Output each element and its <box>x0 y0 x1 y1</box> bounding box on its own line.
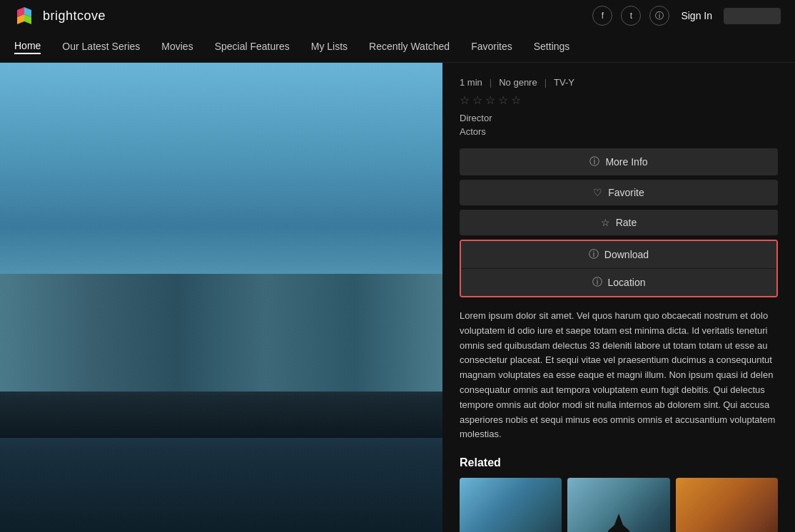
nav-item-favorites[interactable]: Favorites <box>471 41 512 53</box>
nav-item-movies[interactable]: Movies <box>161 41 193 53</box>
description-text: Lorem ipsum dolor sit amet. Vel quos har… <box>460 309 778 442</box>
director-label: Director <box>460 113 778 123</box>
related-card-3[interactable] <box>676 478 778 532</box>
logo-text: brightcove <box>43 9 106 24</box>
nav-item-home[interactable]: Home <box>14 40 41 54</box>
social-icons: f t ⓘ <box>592 6 669 26</box>
star-3[interactable]: ☆ <box>485 93 495 107</box>
logo: brightcove <box>14 4 106 27</box>
nav-item-latest-series[interactable]: Our Latest Series <box>62 41 140 53</box>
star-icon: ☆ <box>601 217 610 228</box>
video-background <box>0 63 442 532</box>
topbar-right: f t ⓘ Sign In <box>592 6 781 26</box>
related-title: Related <box>460 456 778 469</box>
video-panel <box>0 63 442 532</box>
star-2[interactable]: ☆ <box>472 93 482 107</box>
rate-button[interactable]: ☆ Rate <box>460 210 778 235</box>
facebook-icon[interactable]: f <box>592 6 612 26</box>
related-card-1[interactable] <box>460 478 562 532</box>
download-location-group: ⓘ Download ⓘ Location <box>460 240 778 297</box>
location-icon: ⓘ <box>592 276 602 289</box>
star-5[interactable]: ☆ <box>511 93 521 107</box>
sign-in-button[interactable]: Sign In <box>681 10 712 21</box>
bird-silhouette <box>608 513 629 532</box>
action-buttons: ⓘ More Info ♡ Favorite ☆ Rate ⓘ Download… <box>460 148 778 297</box>
separator-2: | <box>545 77 547 88</box>
topbar: brightcove f t ⓘ Sign In <box>0 0 795 31</box>
logo-icon <box>14 4 37 27</box>
info-icon: ⓘ <box>589 155 599 168</box>
genre: No genre <box>499 77 537 88</box>
duration: 1 min <box>460 77 482 88</box>
download-button[interactable]: ⓘ Download <box>461 241 776 269</box>
rocks <box>0 368 442 439</box>
location-button[interactable]: ⓘ Location <box>461 269 776 296</box>
favorite-button[interactable]: ♡ Favorite <box>460 180 778 205</box>
related-grid <box>460 478 778 532</box>
main-content: 1 min | No genre | TV-Y ☆ ☆ ☆ ☆ ☆ Direct… <box>0 63 795 532</box>
meta-line: 1 min | No genre | TV-Y <box>460 77 778 88</box>
nav-item-settings[interactable]: Settings <box>534 41 570 53</box>
heart-icon: ♡ <box>593 187 602 198</box>
actors-label: Actors <box>460 126 778 137</box>
info-panel: 1 min | No genre | TV-Y ☆ ☆ ☆ ☆ ☆ Direct… <box>442 63 795 532</box>
more-info-button[interactable]: ⓘ More Info <box>460 148 778 175</box>
nav-item-special-features[interactable]: Special Features <box>215 41 290 53</box>
search-input[interactable] <box>724 8 781 24</box>
twitter-icon[interactable]: t <box>621 6 641 26</box>
instagram-icon[interactable]: ⓘ <box>649 6 669 26</box>
star-4[interactable]: ☆ <box>498 93 508 107</box>
related-card-2[interactable] <box>567 478 669 532</box>
separator-1: | <box>490 77 492 88</box>
download-icon: ⓘ <box>589 248 599 261</box>
navbar: Home Our Latest Series Movies Special Fe… <box>0 31 795 63</box>
nav-item-recently-watched[interactable]: Recently Watched <box>369 41 450 53</box>
rating: TV-Y <box>554 77 574 88</box>
star-1[interactable]: ☆ <box>460 93 470 107</box>
star-rating[interactable]: ☆ ☆ ☆ ☆ ☆ <box>460 93 778 107</box>
nav-item-my-lists[interactable]: My Lists <box>311 41 348 53</box>
